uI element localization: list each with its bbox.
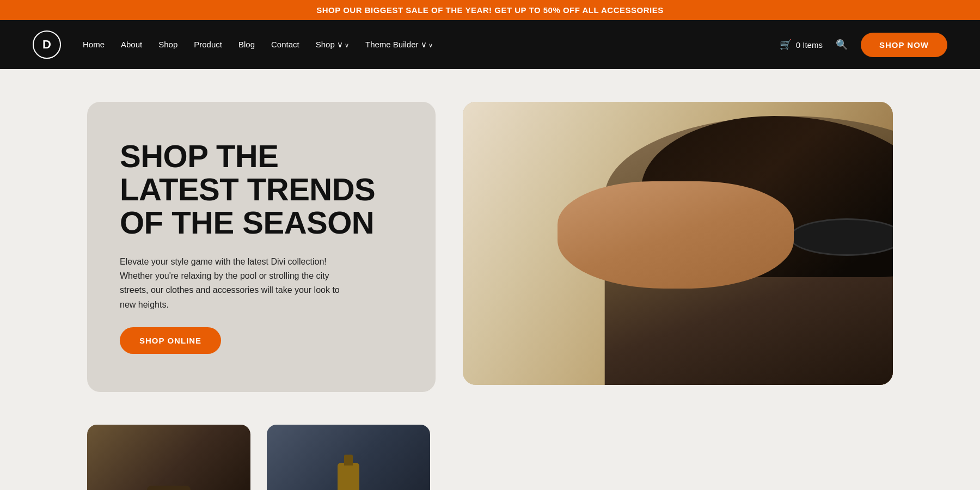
- nav-item-contact[interactable]: Contact: [271, 40, 299, 50]
- nav-links: Home About Shop Product Blog Contact Sho…: [83, 40, 433, 50]
- bottom-card-bottle[interactable]: [267, 425, 430, 490]
- top-banner: SHOP OUR BIGGEST SALE OF THE YEAR! GET U…: [0, 0, 980, 20]
- nav-link-shop[interactable]: Shop: [158, 40, 177, 49]
- banner-text: SHOP OUR BIGGEST SALE OF THE YEAR! GET U…: [316, 5, 663, 15]
- cart-count: 0 Items: [796, 40, 823, 50]
- nav-item-home[interactable]: Home: [83, 40, 105, 50]
- hero-section: SHOP THE LATEST TRENDS OF THE SEASON Ele…: [0, 69, 980, 425]
- nav-link-home[interactable]: Home: [83, 40, 105, 49]
- shop-now-button[interactable]: SHOP NOW: [861, 33, 947, 57]
- search-icon[interactable]: 🔍: [836, 39, 848, 51]
- logo[interactable]: D: [33, 30, 61, 59]
- hat-visual: [136, 485, 201, 490]
- hero-description: Elevate your style game with the latest …: [120, 255, 348, 313]
- nav-link-theme-builder[interactable]: Theme Builder ∨: [365, 40, 433, 49]
- nav-item-theme-builder[interactable]: Theme Builder ∨: [365, 40, 433, 50]
- hero-title: SHOP THE LATEST TRENDS OF THE SEASON: [120, 140, 403, 240]
- nav-item-about[interactable]: About: [121, 40, 142, 50]
- nav-link-about[interactable]: About: [121, 40, 142, 49]
- hero-image-inner: [463, 102, 893, 385]
- bottle-neck: [344, 455, 353, 465]
- cart-area[interactable]: 🛒 0 Items: [780, 39, 823, 51]
- bottom-cards-row: [0, 425, 980, 490]
- nav-right: 🛒 0 Items 🔍 SHOP NOW: [780, 33, 947, 57]
- navbar: D Home About Shop Product Blog Contact S…: [0, 20, 980, 69]
- nav-item-product[interactable]: Product: [194, 40, 222, 50]
- bottle-visual: [338, 463, 359, 490]
- nav-link-shop-dropdown[interactable]: Shop ∨: [316, 40, 349, 49]
- nav-link-contact[interactable]: Contact: [271, 40, 299, 49]
- hero-image: [463, 102, 893, 385]
- nav-item-blog[interactable]: Blog: [238, 40, 255, 50]
- hat-crown: [147, 486, 191, 490]
- nav-link-product[interactable]: Product: [194, 40, 222, 49]
- logo-letter: D: [42, 38, 51, 52]
- shop-online-button[interactable]: SHOP ONLINE: [120, 327, 221, 354]
- nav-link-blog[interactable]: Blog: [238, 40, 255, 49]
- face-skin: [558, 181, 794, 289]
- hero-card: SHOP THE LATEST TRENDS OF THE SEASON Ele…: [87, 102, 436, 392]
- cart-icon: 🛒: [780, 39, 792, 51]
- nav-item-shop[interactable]: Shop: [158, 40, 177, 50]
- bottom-card-hat[interactable]: [87, 425, 250, 490]
- nav-left: D Home About Shop Product Blog Contact S…: [33, 30, 433, 59]
- lens-right: [789, 218, 893, 256]
- nav-item-shop-dropdown[interactable]: Shop ∨: [316, 40, 349, 50]
